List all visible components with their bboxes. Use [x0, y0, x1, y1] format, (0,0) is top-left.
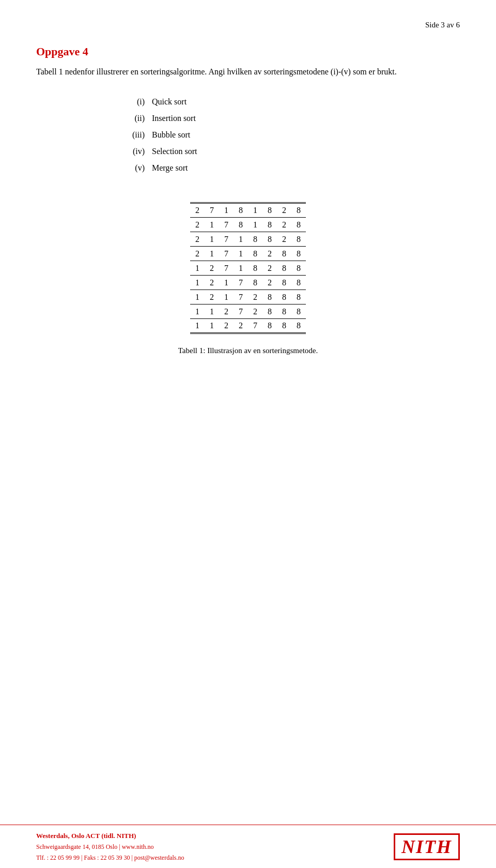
sort-row: 11227888 — [190, 319, 306, 333]
intro-text: Tabell 1 nedenfor illustrerer en sorteri… — [36, 66, 460, 78]
sort-cell: 8 — [262, 304, 277, 319]
sort-cell: 1 — [190, 290, 205, 304]
option-roman: (ii) — [129, 110, 150, 127]
sort-cell: 8 — [277, 290, 291, 304]
sort-cell: 1 — [219, 290, 234, 304]
sort-cell: 8 — [262, 232, 277, 247]
page-footer: Westerdals, Oslo ACT (tidl. NITH) Schwei… — [0, 825, 496, 868]
option-label: Quick sort — [150, 94, 199, 110]
sort-cell: 1 — [205, 218, 219, 232]
sort-cell: 2 — [277, 218, 291, 232]
sort-cell: 8 — [248, 247, 262, 261]
sort-cell: 8 — [277, 304, 291, 319]
sort-cell: 8 — [291, 319, 306, 333]
sort-row: 12172888 — [190, 290, 306, 304]
sort-cell: 8 — [291, 276, 306, 290]
sort-cell: 7 — [234, 290, 248, 304]
sort-cell: 2 — [262, 276, 277, 290]
sort-cell: 2 — [234, 319, 248, 333]
sort-cell: 7 — [248, 319, 262, 333]
sort-cell: 7 — [234, 304, 248, 319]
sort-cell: 8 — [262, 218, 277, 232]
option-row: (v) Merge sort — [129, 160, 199, 176]
sort-cell: 1 — [248, 203, 262, 218]
table-caption: Tabell 1: Illustrasjon av en sorteringsm… — [178, 346, 318, 355]
sort-cell: 1 — [234, 247, 248, 261]
sort-cell: 2 — [205, 276, 219, 290]
sort-cell: 8 — [262, 203, 277, 218]
page-number: Side 3 av 6 — [425, 21, 460, 29]
sort-cell: 8 — [262, 290, 277, 304]
option-label: Selection sort — [150, 143, 199, 160]
sort-cell: 8 — [262, 319, 277, 333]
option-label: Insertion sort — [150, 110, 199, 127]
sort-cell: 8 — [291, 232, 306, 247]
sort-cell: 2 — [190, 232, 205, 247]
sort-row: 21718828 — [190, 232, 306, 247]
sort-cell: 7 — [219, 247, 234, 261]
footer-contact: Tlf. : 22 05 99 99 | Faks : 22 05 39 30 … — [36, 852, 184, 863]
sort-cell: 8 — [234, 218, 248, 232]
sort-cell: 8 — [291, 247, 306, 261]
sort-cell: 8 — [291, 203, 306, 218]
options-list: (i) Quick sort (ii) Insertion sort (iii)… — [129, 94, 460, 176]
footer-address: Schweigaardsgate 14, 0185 Oslo | www.nit… — [36, 842, 184, 852]
sort-cell: 7 — [219, 218, 234, 232]
sort-cell: 2 — [190, 203, 205, 218]
sort-cell: 1 — [190, 304, 205, 319]
sort-row: 21718288 — [190, 247, 306, 261]
options-table: (i) Quick sort (ii) Insertion sort (iii)… — [129, 94, 199, 176]
table-container: 2718182821781828217188282171828812718288… — [36, 202, 460, 355]
sort-row: 11272888 — [190, 304, 306, 319]
sort-cell: 2 — [262, 261, 277, 276]
sort-cell: 2 — [219, 319, 234, 333]
sort-cell: 2 — [205, 261, 219, 276]
option-row: (iv) Selection sort — [129, 143, 199, 160]
page-header: Side 3 av 6 — [36, 21, 460, 29]
sort-cell: 1 — [234, 232, 248, 247]
footer-company: Westerdals, Oslo ACT (tidl. NITH) — [36, 830, 184, 842]
sort-cell: 8 — [291, 304, 306, 319]
sort-cell: 2 — [205, 290, 219, 304]
sort-cell: 8 — [291, 290, 306, 304]
sort-cell: 7 — [219, 232, 234, 247]
sort-row: 12718288 — [190, 261, 306, 276]
section-title: Oppgave 4 — [36, 45, 460, 58]
option-roman: (i) — [129, 94, 150, 110]
sort-cell: 2 — [277, 203, 291, 218]
footer-left: Westerdals, Oslo ACT (tidl. NITH) Schwei… — [36, 830, 184, 863]
option-row: (iii) Bubble sort — [129, 127, 199, 143]
sort-cell: 8 — [248, 261, 262, 276]
option-label: Bubble sort — [150, 127, 199, 143]
sort-cell: 2 — [262, 247, 277, 261]
sort-row: 27181828 — [190, 203, 306, 218]
sort-cell: 1 — [234, 261, 248, 276]
sort-cell: 1 — [219, 203, 234, 218]
sort-cell: 8 — [277, 276, 291, 290]
sort-cell: 8 — [248, 276, 262, 290]
sort-cell: 8 — [291, 218, 306, 232]
sort-cell: 2 — [248, 304, 262, 319]
sort-cell: 1 — [248, 218, 262, 232]
sort-cell: 1 — [190, 261, 205, 276]
sort-cell: 1 — [190, 319, 205, 333]
sort-cell: 1 — [205, 247, 219, 261]
option-row: (i) Quick sort — [129, 94, 199, 110]
sort-row: 12178288 — [190, 276, 306, 290]
sort-cell: 1 — [219, 276, 234, 290]
sort-cell: 2 — [277, 232, 291, 247]
sort-cell: 8 — [277, 319, 291, 333]
sort-cell: 7 — [219, 261, 234, 276]
sort-cell: 8 — [277, 261, 291, 276]
option-row: (ii) Insertion sort — [129, 110, 199, 127]
page: Side 3 av 6 Oppgave 4 Tabell 1 nedenfor … — [0, 0, 496, 868]
sort-cell: 2 — [190, 247, 205, 261]
sort-cell: 1 — [205, 232, 219, 247]
sort-cell: 2 — [190, 218, 205, 232]
sort-cell: 8 — [291, 261, 306, 276]
sort-cell: 2 — [219, 304, 234, 319]
option-label: Merge sort — [150, 160, 199, 176]
nith-logo: NITH — [394, 833, 460, 860]
sort-table: 2718182821781828217188282171828812718288… — [190, 202, 306, 334]
sort-cell: 8 — [234, 203, 248, 218]
